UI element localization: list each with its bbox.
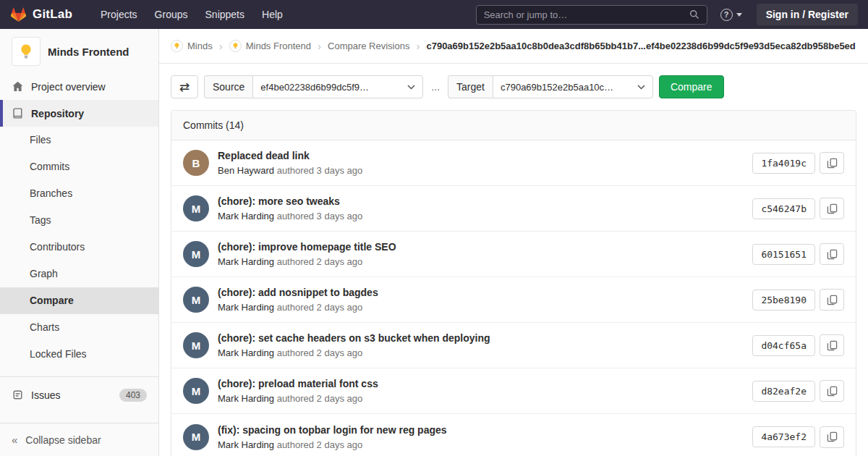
commit-author[interactable]: Mark Harding: [218, 302, 274, 313]
copy-sha-button[interactable]: [820, 334, 844, 356]
swap-revisions-button[interactable]: ⇄: [171, 75, 198, 98]
avatar[interactable]: M: [183, 424, 209, 450]
commit-sha[interactable]: 4a673ef2: [752, 426, 815, 447]
copy-icon: [827, 340, 838, 351]
copy-sha-button[interactable]: [820, 380, 844, 402]
breadcrumb: Minds › Minds Frontend › Compare Revisio…: [159, 29, 868, 64]
sidebar-subitem[interactable]: Tags: [0, 207, 158, 234]
breadcrumb-item-minds-frontend[interactable]: Minds Frontend: [229, 40, 311, 52]
help-menu[interactable]: ?: [720, 9, 742, 21]
brand-text: GitLab: [33, 7, 72, 22]
copy-icon: [827, 431, 838, 442]
commit-authored-time: authored 2 days ago: [277, 347, 363, 358]
sidebar-item-project-overview[interactable]: Project overview: [0, 73, 158, 100]
commit-row: M (chore): improve homepage title SEO Ma…: [171, 232, 856, 277]
navbar-links: Projects Groups Snippets Help: [93, 3, 291, 26]
sidebar-subitem[interactable]: Commits: [0, 153, 158, 180]
target-branch-dropdown[interactable]: c790a69b152e2b5aa10c…: [493, 75, 653, 98]
commit-sha[interactable]: 60151651: [752, 244, 815, 265]
commit-author[interactable]: Mark Harding: [218, 256, 274, 267]
commit-title[interactable]: (chore): set cache headers on s3 bucket …: [218, 332, 744, 344]
nav-link-groups[interactable]: Groups: [147, 3, 196, 26]
sidebar-divider: [0, 376, 158, 377]
repository-submenu: Files Commits Branches Tags Contributors…: [0, 127, 158, 368]
copy-sha-button[interactable]: [820, 152, 844, 174]
target-label: Target: [448, 75, 493, 98]
commit-meta: Ben Hayward authored 3 days ago: [218, 165, 744, 176]
copy-sha-button[interactable]: [820, 198, 844, 219]
sign-in-register-button[interactable]: Sign in / Register: [757, 4, 858, 25]
range-ellipsis: ...: [429, 81, 442, 93]
lightbulb-icon: [12, 37, 41, 66]
commit-title[interactable]: (chore): more seo tweaks: [218, 195, 744, 207]
search-icon: [689, 9, 699, 20]
breadcrumb-item-minds[interactable]: Minds: [171, 40, 213, 52]
commit-sha[interactable]: d04cf65a: [752, 335, 815, 356]
issues-count-badge: 403: [119, 389, 147, 402]
commit-meta: Mark Harding authored 3 days ago: [218, 211, 744, 221]
copy-sha-button[interactable]: [820, 426, 844, 448]
group-avatar-icon: [171, 40, 183, 52]
commit-authored-time: authored 2 days ago: [277, 256, 363, 267]
avatar[interactable]: M: [183, 241, 209, 267]
sidebar-subitem[interactable]: Graph: [0, 261, 158, 287]
copy-icon: [827, 158, 838, 169]
sidebar-item-issues[interactable]: Issues 403: [0, 381, 158, 408]
breadcrumb-item-compare-revisions[interactable]: Compare Revisions: [328, 41, 409, 51]
compare-button[interactable]: Compare: [659, 75, 724, 98]
global-search: [476, 5, 707, 25]
commit-author[interactable]: Mark Harding: [218, 393, 274, 404]
commit-author[interactable]: Ben Hayward: [218, 165, 274, 176]
avatar[interactable]: B: [183, 150, 209, 176]
compare-revisions-form: ⇄ Source ef4be02238d6b99dc5f9… ... Targe…: [159, 64, 868, 110]
copy-sha-button[interactable]: [820, 289, 844, 311]
sidebar-project-name: Minds Frontend: [48, 46, 129, 58]
avatar[interactable]: M: [183, 332, 209, 358]
breadcrumb-separator: ›: [416, 40, 420, 52]
target-input-group: Target c790a69b152e2b5aa10c…: [448, 75, 653, 98]
commit-authored-time: authored 3 days ago: [277, 211, 363, 221]
source-input-group: Source ef4be02238d6b99dc5f9…: [204, 75, 423, 98]
sidebar-subitem[interactable]: Branches: [0, 180, 158, 207]
main-content: Minds › Minds Frontend › Compare Revisio…: [159, 0, 868, 456]
avatar[interactable]: M: [183, 287, 209, 313]
sidebar-subitem[interactable]: Charts: [0, 314, 158, 341]
commit-sha[interactable]: c546247b: [752, 198, 815, 219]
project-sidebar: Minds Frontend Project overview Reposito…: [0, 29, 159, 456]
breadcrumb-separator: ›: [219, 40, 223, 52]
commit-row: M (chore): preload material font css Mar…: [171, 368, 856, 414]
collapse-sidebar-button[interactable]: « Collapse sidebar: [0, 423, 158, 456]
commit-sha[interactable]: 25be8190: [752, 290, 815, 311]
nav-link-projects[interactable]: Projects: [93, 3, 145, 26]
gitlab-logo[interactable]: GitLab: [10, 7, 72, 22]
search-input[interactable]: [484, 9, 689, 20]
nav-link-help[interactable]: Help: [254, 3, 291, 26]
commit-author[interactable]: Mark Harding: [218, 439, 274, 450]
sidebar-subitem[interactable]: Contributors: [0, 234, 158, 261]
sidebar-project-header[interactable]: Minds Frontend: [0, 29, 158, 73]
commit-title[interactable]: (chore): add nosnippet to bagdes: [218, 287, 744, 298]
nav-link-snippets[interactable]: Snippets: [197, 3, 252, 26]
commits-panel-header: Commits (14): [171, 111, 856, 140]
commit-author[interactable]: Mark Harding: [218, 211, 274, 221]
sidebar-subitem[interactable]: Locked Files: [0, 341, 158, 368]
sidebar-subitem[interactable]: Compare: [0, 287, 158, 314]
avatar[interactable]: M: [183, 378, 209, 404]
double-chevron-left-icon: «: [12, 434, 17, 445]
avatar[interactable]: M: [183, 195, 209, 221]
commit-author[interactable]: Mark Harding: [218, 347, 274, 358]
commit-row: M (chore): more seo tweaks Mark Harding …: [171, 186, 856, 232]
commit-sha[interactable]: d82eaf2e: [752, 381, 815, 402]
copy-icon: [827, 386, 838, 397]
commit-title[interactable]: Replaced dead link: [218, 150, 744, 161]
project-avatar-icon: [229, 40, 242, 52]
commit-title[interactable]: (fix): spacing on topbar login for new r…: [218, 424, 744, 436]
commit-title[interactable]: (chore): improve homepage title SEO: [218, 241, 744, 253]
source-branch-dropdown[interactable]: ef4be02238d6b99dc5f9…: [252, 75, 423, 98]
commit-title[interactable]: (chore): preload material font css: [218, 378, 744, 389]
sidebar-item-repository[interactable]: Repository: [0, 100, 158, 127]
copy-sha-button[interactable]: [820, 243, 844, 265]
commit-sha[interactable]: 1fa4019c: [752, 153, 815, 174]
home-icon: [12, 81, 23, 93]
sidebar-subitem[interactable]: Files: [0, 127, 158, 153]
